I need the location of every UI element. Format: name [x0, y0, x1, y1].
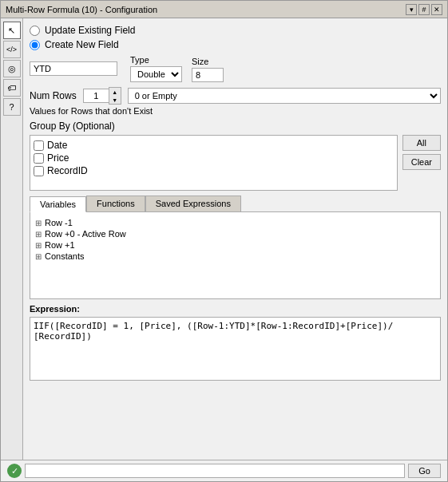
left-toolbar: ↖ </> ◎ 🏷 ?	[1, 18, 23, 460]
expand-icon-constants: ⊞	[35, 252, 42, 261]
update-existing-radio[interactable]	[30, 26, 40, 36]
field-type-radio-group: Update Existing Field Create New Field	[30, 25, 441, 50]
size-input[interactable]	[192, 68, 224, 82]
type-size-section: Type Double Float Int String Size	[130, 55, 224, 82]
price-label: Price	[47, 152, 69, 164]
group-by-content: Date Price RecordID All Clear	[30, 135, 441, 191]
tree-item-row-minus1[interactable]: ⊞ Row -1	[35, 217, 435, 228]
expression-section: Expression: IIF([RecordID] = 1, [Price],…	[30, 304, 441, 381]
main-content: ↖ </> ◎ 🏷 ? Update Existing Field Create…	[1, 18, 447, 460]
type-select[interactable]: Double Float Int String	[130, 66, 182, 82]
close-button[interactable]: ✕	[431, 4, 442, 15]
tab-functions[interactable]: Functions	[86, 196, 145, 211]
tree-label-row-plus1: Row +1	[45, 240, 75, 250]
create-new-label: Create New Field	[45, 39, 119, 50]
update-existing-radio-item[interactable]: Update Existing Field	[30, 25, 441, 36]
values-label-row: Values for Rows that don't Exist	[30, 106, 441, 116]
num-rows-spinner: ▲ ▼	[83, 87, 121, 105]
code-tool-button[interactable]: </>	[3, 41, 21, 58]
main-window: Multi-Row Formula (10) - Configuration ▾…	[0, 0, 448, 482]
circle-tool-button[interactable]: ◎	[3, 60, 21, 77]
spinner-buttons: ▲ ▼	[109, 87, 121, 105]
pin-button[interactable]: ▾	[406, 4, 417, 15]
expression-box[interactable]: IIF([RecordID] = 1, [Price], ([Row-1:YTD…	[30, 317, 441, 381]
group-by-recordid[interactable]: RecordID	[34, 164, 394, 177]
title-bar: Multi-Row Formula (10) - Configuration ▾…	[1, 1, 447, 18]
num-rows-label: Num Rows	[30, 90, 77, 101]
bottom-bar: ✓ Go	[1, 460, 447, 481]
check-icon: ✓	[7, 464, 22, 478]
type-label: Type	[130, 55, 182, 65]
minimize-button[interactable]: #	[418, 4, 430, 15]
create-new-radio-item[interactable]: Create New Field	[30, 39, 441, 50]
help-tool-button[interactable]: ?	[3, 98, 21, 116]
values-for-rows-label: Values for Rows that don't Exist	[30, 106, 153, 116]
tab-saved-expressions[interactable]: Saved Expressions	[145, 196, 241, 211]
tree-item-constants[interactable]: ⊞ Constants	[35, 251, 435, 262]
price-checkbox[interactable]	[34, 153, 44, 164]
group-by-buttons: All Clear	[402, 135, 441, 191]
recordid-label: RecordID	[47, 165, 88, 176]
expand-icon-row-plus1: ⊞	[35, 241, 42, 250]
expand-icon-row-minus1: ⊞	[35, 219, 42, 227]
group-by-price[interactable]: Price	[34, 152, 394, 164]
tag-tool-button[interactable]: 🏷	[3, 79, 21, 97]
date-label: Date	[47, 140, 67, 151]
window-title: Multi-Row Formula (10) - Configuration	[6, 5, 157, 14]
group-by-section: Group By (Optional) Date Price	[30, 120, 441, 191]
tree-item-row-active[interactable]: ⊞ Row +0 - Active Row	[35, 228, 435, 239]
tabs-section: Variables Functions Saved Expressions ⊞ …	[30, 196, 441, 299]
tab-variables[interactable]: Variables	[30, 196, 86, 212]
tree-label-row-active: Row +0 - Active Row	[45, 229, 126, 239]
tree-item-row-plus1[interactable]: ⊞ Row +1	[35, 239, 435, 251]
create-new-radio[interactable]	[30, 40, 40, 50]
spin-down-button[interactable]: ▼	[109, 96, 121, 104]
size-label: Size	[192, 57, 224, 66]
recordid-checkbox[interactable]	[34, 166, 44, 176]
field-config-row: Type Double Float Int String Size	[30, 55, 441, 82]
tree-label-constants: Constants	[45, 251, 85, 261]
expand-icon-row-active: ⊞	[35, 230, 42, 239]
size-col: Size	[192, 57, 224, 82]
expression-label: Expression:	[30, 304, 441, 314]
tree-label-row-minus1: Row -1	[45, 218, 73, 227]
num-rows-input[interactable]	[83, 89, 109, 103]
tab-content-variables: ⊞ Row -1 ⊞ Row +0 - Active Row ⊞ Row +1 …	[30, 211, 441, 299]
select-tool-button[interactable]: ↖	[3, 22, 21, 39]
update-existing-label: Update Existing Field	[45, 25, 135, 36]
config-panel: Update Existing Field Create New Field T…	[23, 18, 447, 460]
num-rows-row: Num Rows ▲ ▼ 0 or Empty Null Row Value	[30, 87, 441, 105]
bottom-input[interactable]	[25, 464, 405, 478]
spin-up-button[interactable]: ▲	[109, 88, 121, 96]
clear-button[interactable]: Clear	[402, 154, 441, 170]
check-symbol: ✓	[11, 466, 18, 476]
type-col: Type Double Float Int String	[130, 55, 182, 82]
group-by-date[interactable]: Date	[34, 139, 394, 152]
group-by-list: Date Price RecordID	[30, 135, 398, 191]
group-by-label: Group By (Optional)	[30, 120, 441, 132]
values-dropdown[interactable]: 0 or Empty Null Row Value	[128, 88, 441, 104]
date-checkbox[interactable]	[34, 140, 44, 151]
tabs-header: Variables Functions Saved Expressions	[30, 196, 441, 211]
field-name-input[interactable]	[30, 61, 117, 76]
title-bar-buttons: ▾ # ✕	[406, 4, 442, 15]
go-button[interactable]: Go	[408, 464, 441, 478]
all-button[interactable]: All	[402, 135, 441, 151]
